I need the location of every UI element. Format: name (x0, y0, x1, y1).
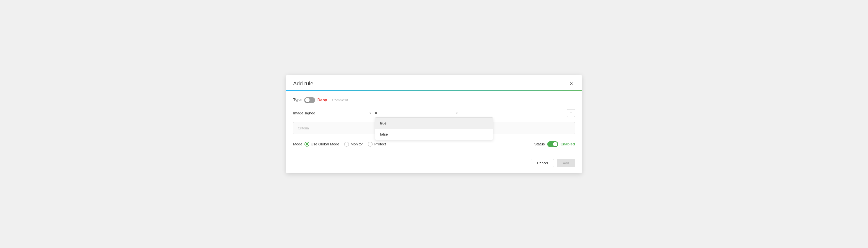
type-label: Type (293, 98, 302, 102)
footer-actions: Cancel Add (286, 157, 582, 173)
type-toggle[interactable] (304, 97, 315, 103)
dialog-overlay: Add rule × Type Deny (286, 75, 582, 173)
operator-select[interactable]: = != contains starts with (375, 110, 459, 116)
mode-status-row: Mode Use Global Mode Monitor Protect (293, 141, 575, 151)
mode-monitor-radio[interactable] (344, 142, 349, 147)
status-enabled-label: Enabled (561, 142, 575, 146)
status-toggle[interactable] (547, 141, 558, 147)
dropdown-item-true[interactable]: true (375, 117, 493, 129)
operator-select-wrapper: = != contains starts with ▾ true false (375, 110, 459, 116)
mode-protect-label: Protect (374, 142, 386, 146)
add-button[interactable]: Add (557, 159, 575, 167)
value-dropdown: true false (375, 117, 493, 140)
mode-monitor-label: Monitor (350, 142, 363, 146)
field-select-wrapper: Image signed Image name Image tag Namesp… (293, 110, 372, 116)
dialog-title: Add rule (293, 80, 313, 87)
mode-global-option[interactable]: Use Global Mode (305, 142, 339, 147)
field-select[interactable]: Image signed Image name Image tag Namesp… (293, 110, 372, 116)
status-toggle-slider (547, 141, 558, 147)
dropdown-item-false[interactable]: false (375, 129, 493, 140)
mode-label: Mode (293, 142, 303, 146)
deny-label: Deny (317, 98, 327, 102)
status-label: Status (534, 142, 545, 146)
mode-protect-option[interactable]: Protect (368, 142, 386, 147)
type-section: Type Deny (293, 97, 327, 103)
condition-row: Image signed Image name Image tag Namesp… (293, 109, 575, 117)
status-section: Status Enabled (534, 141, 575, 147)
mode-protect-radio[interactable] (368, 142, 373, 147)
type-comment-row: Type Deny (293, 97, 575, 103)
mode-global-label: Use Global Mode (311, 142, 339, 146)
mode-radio-group: Use Global Mode Monitor Protect (305, 142, 386, 147)
dialog-body: Type Deny Image signed Image name Image … (286, 91, 582, 157)
add-condition-button[interactable]: + (567, 109, 575, 117)
mode-global-radio[interactable] (305, 142, 309, 147)
toggle-slider (304, 97, 315, 103)
add-rule-dialog: Add rule × Type Deny (286, 75, 582, 173)
dialog-header: Add rule × (286, 75, 582, 87)
close-button[interactable]: × (568, 80, 575, 87)
mode-monitor-option[interactable]: Monitor (344, 142, 363, 147)
cancel-button[interactable]: Cancel (531, 159, 554, 167)
comment-input[interactable] (332, 97, 575, 103)
